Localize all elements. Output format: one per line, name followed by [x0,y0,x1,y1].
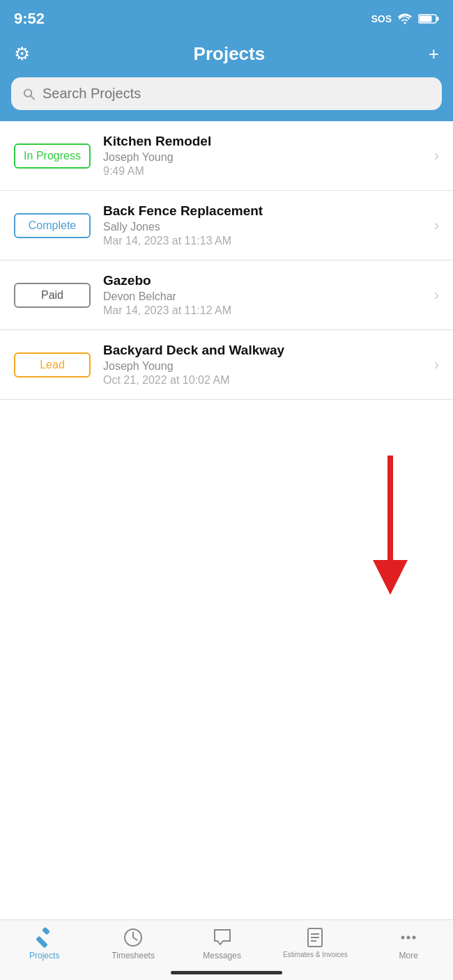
project-info: Kitchen Remodel Joseph Young 9:49 AM [103,134,427,178]
project-item[interactable]: In Progress Kitchen Remodel Joseph Young… [0,121,453,191]
project-item[interactable]: Lead Backyard Deck and Walkway Joseph Yo… [0,330,453,400]
project-name: Gazebo [103,273,427,288]
svg-rect-7 [42,927,50,935]
tab-projects-label: Projects [29,951,59,960]
document-icon [305,927,325,948]
status-icons: SOS [371,13,439,24]
project-client: Devon Belchar [103,290,427,303]
project-date: 9:49 AM [103,165,427,178]
status-badge-complete: Complete [14,213,91,238]
chevron-icon: › [434,217,439,235]
arrow-indicator [369,456,411,595]
content-area [0,400,453,664]
project-info: Gazebo Devon Belchar Mar 14, 2023 at 11:… [103,273,427,317]
tab-timesheets[interactable]: Timesheets [105,927,161,960]
clock-icon [123,927,144,948]
chevron-icon: › [434,356,439,374]
tab-more-label: More [399,951,418,960]
wifi-icon [397,13,413,24]
svg-line-11 [133,938,137,940]
project-date: Oct 21, 2022 at 10:02 AM [103,374,427,387]
svg-rect-2 [420,16,432,22]
svg-rect-8 [36,936,48,948]
search-bar[interactable] [11,77,442,110]
message-icon [212,927,233,948]
project-name: Backyard Deck and Walkway [103,343,427,358]
svg-point-16 [401,936,405,940]
project-name: Back Fence Replacement [103,203,427,219]
app-header: ⚙ Projects + [0,38,453,77]
project-name: Kitchen Remodel [103,134,427,149]
search-container [0,77,453,121]
status-bar: 9:52 SOS [0,0,453,38]
project-list: In Progress Kitchen Remodel Joseph Young… [0,121,453,400]
project-date: Mar 14, 2023 at 11:12 AM [103,304,427,317]
battery-icon [418,13,439,24]
project-client: Sally Jones [103,221,427,233]
add-project-button[interactable]: + [429,43,439,65]
search-icon [22,87,36,101]
status-badge-paid: Paid [14,283,91,308]
svg-point-18 [413,936,416,940]
page-title: Projects [30,43,429,65]
hammer-icon [34,927,55,948]
chevron-icon: › [434,147,439,165]
status-badge-in-progress: In Progress [14,143,91,169]
search-input[interactable] [43,86,431,102]
tab-projects[interactable]: Projects [17,927,72,960]
svg-point-17 [407,936,410,940]
tab-timesheets-label: Timesheets [112,951,155,960]
project-info: Backyard Deck and Walkway Joseph Young O… [103,343,427,387]
status-badge-lead: Lead [14,352,91,378]
svg-marker-6 [373,560,408,595]
svg-rect-1 [437,17,439,21]
tab-estimates-label: Estimates & Invoices [283,951,348,958]
red-down-arrow [369,456,411,595]
project-info: Back Fence Replacement Sally Jones Mar 1… [103,203,427,247]
more-icon [398,927,419,948]
project-item[interactable]: Complete Back Fence Replacement Sally Jo… [0,191,453,260]
project-client: Joseph Young [103,151,427,164]
settings-button[interactable]: ⚙ [14,43,30,65]
svg-line-4 [31,95,34,99]
sos-label: SOS [371,13,392,24]
tab-messages[interactable]: Messages [194,927,250,960]
tab-more[interactable]: More [381,927,436,960]
status-time: 9:52 [14,10,45,28]
chevron-icon: › [434,286,439,304]
project-item[interactable]: Paid Gazebo Devon Belchar Mar 14, 2023 a… [0,260,453,330]
project-client: Joseph Young [103,360,427,373]
tab-messages-label: Messages [203,951,241,960]
project-date: Mar 14, 2023 at 11:13 AM [103,235,427,247]
home-indicator [171,971,282,974]
tab-estimates[interactable]: Estimates & Invoices [283,927,348,958]
